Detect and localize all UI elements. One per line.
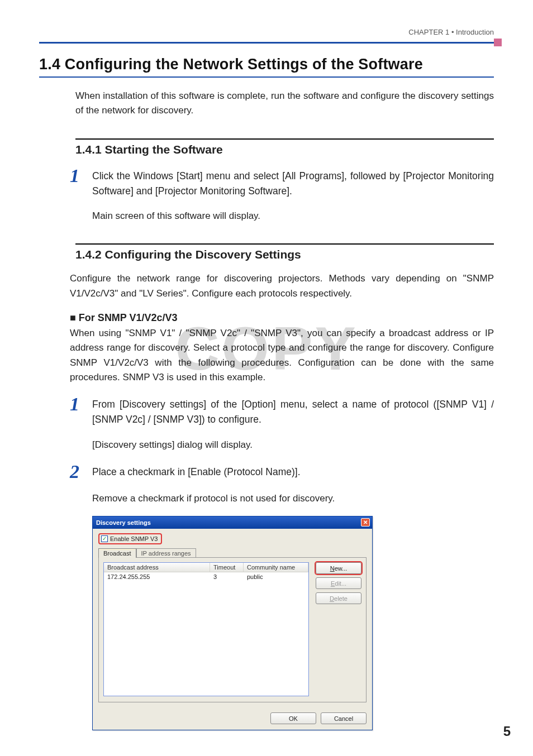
page-header: CHAPTER 1 • Introduction (39, 28, 494, 42)
broadcast-listview[interactable]: Broadcast address Timeout Community name… (103, 562, 309, 696)
sub2-step1: 1 From [Discovery settings] of the [Opti… (70, 397, 494, 427)
subsection-1-heading: 1.4.1 Starting the Software (75, 143, 494, 156)
new-button[interactable]: New... (316, 562, 361, 574)
col-broadcast-address[interactable]: Broadcast address (104, 563, 210, 572)
dialog-title-text: Discovery settings (96, 519, 151, 526)
tab-broadcast[interactable]: Broadcast (98, 548, 136, 558)
step-text: From [Discovery settings] of the [Option… (92, 397, 494, 427)
list-row[interactable]: 172.24.255.255 3 public (104, 572, 308, 581)
cell-address: 172.24.255.255 (104, 573, 210, 581)
header-rule (39, 42, 494, 44)
enable-snmp-checkbox-row[interactable]: ✓ Enable SNMP V3 (98, 533, 162, 544)
sub2-step2: 2 Place a checkmark in [Enable (Protocol… (70, 465, 494, 481)
subsection-rule-1 (75, 138, 494, 140)
step-number: 2 (70, 462, 92, 481)
sub2-step2-sub: Remove a checkmark if protocol is not us… (92, 491, 494, 506)
section-heading: 1.4 Configuring the Network Settings of … (39, 56, 494, 78)
tab-panel-broadcast: Broadcast address Timeout Community name… (98, 557, 367, 702)
sub2-bullet-heading: ■ For SNMP V1/V2c/V3 (70, 312, 494, 324)
close-icon[interactable]: ✕ (361, 518, 370, 527)
dialog-titlebar: Discovery settings ✕ (93, 516, 372, 529)
checkbox-icon[interactable]: ✓ (101, 535, 108, 542)
sub1-step1: 1 Click the Windows [Start] menu and sel… (70, 169, 494, 199)
edit-button[interactable]: Edit... (316, 577, 361, 589)
listview-header: Broadcast address Timeout Community name (104, 563, 308, 572)
cell-community: public (244, 573, 308, 581)
step-number: 1 (70, 395, 92, 414)
col-timeout[interactable]: Timeout (210, 563, 244, 572)
sub2-step1-sub: [Discovery settings] dialog will display… (92, 438, 494, 452)
step-number: 1 (70, 166, 92, 185)
sub1-step1-sub: Main screen of this software will displa… (92, 209, 494, 223)
sub2-para2: When using "SNMP V1" / "SNMP V2c" / "SNM… (70, 326, 494, 385)
tab-ip-ranges[interactable]: IP address ranges (136, 548, 196, 558)
subsection-rule-2 (75, 243, 494, 245)
sub2-para1: Configure the network range for discover… (70, 271, 494, 301)
section-intro: When installation of this software is co… (75, 89, 494, 118)
discovery-settings-dialog: Discovery settings ✕ ✓ Enable SNMP V3 Br… (92, 516, 373, 730)
delete-button[interactable]: Delete (316, 592, 361, 604)
cancel-button[interactable]: Cancel (321, 712, 367, 724)
cell-timeout: 3 (210, 573, 244, 581)
subsection-2-heading: 1.4.2 Configuring the Discovery Settings (75, 248, 494, 261)
ok-button[interactable]: OK (270, 712, 316, 724)
col-community-name[interactable]: Community name (244, 563, 308, 572)
step-text: Click the Windows [Start] menu and selec… (92, 169, 494, 199)
step-text: Place a checkmark in [Enable (Protocol N… (92, 465, 494, 480)
enable-label: Enable SNMP V3 (110, 535, 158, 542)
